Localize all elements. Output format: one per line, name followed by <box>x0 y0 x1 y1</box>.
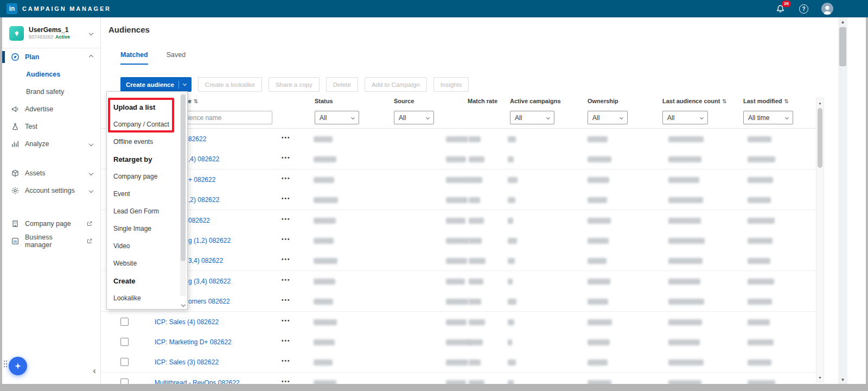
filter-source[interactable]: All <box>394 111 434 124</box>
audience-name-link[interactable]: g (1,2) 082622 <box>188 237 231 244</box>
create-audience-button[interactable]: Create audience <box>120 77 192 92</box>
row-actions-button[interactable]: ••• <box>282 358 291 364</box>
account-selector[interactable]: UserGems_1 507493263Active <box>2 17 100 48</box>
menu-item-event[interactable]: Event <box>107 185 179 203</box>
row-actions-button[interactable]: ••• <box>282 256 291 262</box>
collapse-sidebar-button[interactable]: ‹ <box>93 366 96 375</box>
row-checkbox[interactable] <box>120 338 129 346</box>
scroll-up-arrow[interactable]: ▲ <box>838 17 847 26</box>
filter-status[interactable]: All <box>315 111 359 124</box>
toolbar-button-add-to-campaign[interactable]: Add to Campaign <box>365 77 427 92</box>
menu-section-upload-a-list: Upload a list <box>107 98 179 116</box>
row-actions-button[interactable]: ••• <box>282 195 291 201</box>
account-name: UserGems_1 <box>29 26 70 34</box>
menu-item-video[interactable]: Video <box>107 237 179 255</box>
audience-name-link[interactable]: 82622 <box>188 135 206 143</box>
help-button[interactable]: ? <box>799 4 808 14</box>
row-actions-button[interactable]: ••• <box>282 135 291 141</box>
sidebar-item-test[interactable]: Test <box>2 118 100 135</box>
row-actions-button[interactable]: ••• <box>282 216 291 222</box>
toolbar-button-create-a-lookalike[interactable]: Create a lookalike <box>198 77 262 92</box>
redacted-value <box>469 197 480 203</box>
row-actions-button[interactable]: ••• <box>282 338 291 344</box>
avatar[interactable] <box>821 3 833 15</box>
redacted-value <box>508 136 516 142</box>
menu-item-lookalike[interactable]: Lookalike <box>107 289 179 307</box>
scrollbar-thumb[interactable] <box>818 108 822 168</box>
audience-name-link[interactable]: 082622 <box>188 217 210 224</box>
sidebar-item-advertise[interactable]: Advertise <box>2 100 100 118</box>
scroll-down-arrow[interactable]: ▼ <box>816 374 824 381</box>
menu-item-offline-events[interactable]: Offline events <box>107 133 179 150</box>
assistant-button[interactable] <box>9 357 27 375</box>
audience-name-link[interactable]: omers 082622 <box>188 298 230 305</box>
scroll-down-arrow[interactable]: ▼ <box>838 375 847 384</box>
row-actions-button[interactable]: ••• <box>282 318 291 324</box>
filter-last-modified[interactable]: All time <box>743 111 793 124</box>
toolbar-button-insights[interactable]: Insights <box>433 77 469 92</box>
notification-badge: 26 <box>782 1 791 7</box>
nav-label: Assets <box>25 169 46 177</box>
row-actions-button[interactable]: ••• <box>282 175 291 181</box>
menu-scroll-down-button[interactable] <box>180 303 186 306</box>
bar-chart-icon <box>11 140 20 148</box>
menu-item-lead-gen-form[interactable]: Lead Gen Form <box>107 203 179 220</box>
filter-active-campaigns[interactable]: All <box>510 111 554 124</box>
linkedin-logo-icon: in <box>7 3 17 14</box>
scrollbar-thumb[interactable] <box>181 94 186 261</box>
audience-name-link[interactable]: ICP: Marketing D+ 082622 <box>155 338 232 346</box>
redacted-value <box>588 238 609 244</box>
window-frame <box>0 384 868 391</box>
row-actions-button[interactable]: ••• <box>282 297 291 303</box>
chevron-down-icon <box>89 188 93 193</box>
sidebar-item-plan[interactable]: Plan <box>2 48 100 66</box>
toolbar-button-share-a-copy[interactable]: Share a copy <box>269 77 320 92</box>
filter-last-audience-count[interactable]: All <box>662 111 708 124</box>
audience-name-link[interactable]: 3,4) 082622 <box>188 257 223 264</box>
row-actions-button[interactable]: ••• <box>282 379 291 384</box>
audience-name-link[interactable]: ICP: Sales (3) 082622 <box>155 358 219 366</box>
column-header-last-modified[interactable]: Last modified⇅ <box>743 98 789 104</box>
menu-item-company-page[interactable]: Company page <box>107 168 179 185</box>
notifications-button[interactable]: 26 <box>775 4 786 14</box>
audience-name-link[interactable]: Multithread - RevOps 082622 <box>155 379 240 384</box>
menu-item-single-image[interactable]: Single Image <box>107 220 179 237</box>
table-scrollbar[interactable]: ▲ ▼ <box>816 98 824 382</box>
audience-name-link[interactable]: ,2) 082622 <box>188 196 219 204</box>
nav-label: Account settings <box>25 187 75 194</box>
sidebar-item-business-manager[interactable]: in Business manager <box>2 232 100 250</box>
menu-item-website[interactable]: Website <box>107 255 179 272</box>
sidebar-item-company-page[interactable]: Company page <box>2 215 100 232</box>
audience-name-link[interactable]: + 082622 <box>188 176 215 184</box>
row-checkbox[interactable] <box>120 379 129 384</box>
sort-icon: ⇅ <box>784 98 789 104</box>
menu-scrollbar[interactable] <box>180 93 186 296</box>
sidebar-item-analyze[interactable]: Analyze <box>2 135 100 153</box>
row-actions-button[interactable]: ••• <box>282 277 291 283</box>
table-row: omers 082622••• <box>101 291 816 312</box>
audience-name-link[interactable]: g (3,4) 082622 <box>188 278 231 285</box>
row-actions-button[interactable]: ••• <box>282 155 291 161</box>
sidebar-item-audiences[interactable]: Audiences <box>2 66 100 83</box>
column-header-last-audience-count[interactable]: Last audience count⇅ <box>662 98 727 104</box>
redacted-value <box>314 258 337 264</box>
scrollbar-thumb[interactable] <box>839 27 846 66</box>
sidebar-item-assets[interactable]: Assets <box>2 165 100 182</box>
row-checkbox[interactable] <box>120 318 129 326</box>
redacted-value <box>446 319 467 325</box>
audience-name-link[interactable]: ,4) 082622 <box>188 155 219 163</box>
sidebar-item-account-settings[interactable]: Account settings <box>2 182 100 199</box>
audience-name-link[interactable]: ICP: Sales (4) 082622 <box>155 318 219 326</box>
tab-matched[interactable]: Matched <box>120 51 148 65</box>
menu-item-company-contact[interactable]: Company / Contact <box>107 116 179 133</box>
active-indicator <box>2 51 5 63</box>
sidebar-item-brand-safety[interactable]: Brand safety <box>2 83 100 100</box>
toolbar-button-delete[interactable]: Delete <box>326 77 358 92</box>
drag-handle-icon[interactable] <box>3 360 8 370</box>
row-checkbox[interactable] <box>120 358 129 366</box>
window-scrollbar[interactable]: ▲ ▼ <box>838 17 847 384</box>
filter-ownership[interactable]: All <box>588 111 628 124</box>
scroll-up-arrow[interactable]: ▲ <box>816 99 824 106</box>
tab-saved[interactable]: Saved <box>167 51 186 65</box>
row-actions-button[interactable]: ••• <box>282 236 291 242</box>
